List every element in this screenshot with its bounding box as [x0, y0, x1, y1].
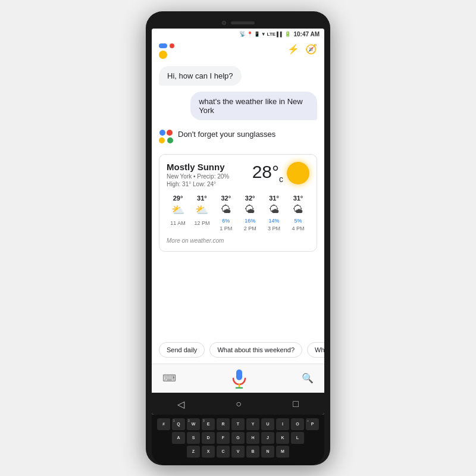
battery-icon: 🔋	[284, 31, 291, 37]
forecast-time: 4 PM	[292, 226, 304, 231]
phone-icon: 📱	[254, 32, 260, 37]
status-time: 10:47 AM	[293, 31, 320, 37]
key-h[interactable]: H	[246, 432, 259, 444]
notifications-icon[interactable]: ⚡	[287, 43, 299, 55]
key-o[interactable]: O	[291, 418, 304, 430]
speaker	[231, 21, 255, 24]
key-r[interactable]: R	[217, 418, 230, 430]
user-query-text: what's the weather like in New York	[199, 97, 302, 115]
keyboard-row-2: A S D F G H J K L	[155, 432, 321, 444]
forecast-item: 31°⛅12 PM	[190, 195, 213, 231]
forecast-weather-icon: 🌤	[245, 203, 255, 216]
google-logo	[159, 43, 180, 59]
current-temp: 28°c	[252, 162, 309, 184]
chip-2[interactable]: What	[307, 342, 324, 358]
key-m[interactable]: M	[276, 446, 289, 458]
key-p[interactable]: +P	[306, 418, 319, 430]
key-t[interactable]: T	[231, 418, 245, 430]
chip-1[interactable]: What about this weekend?	[209, 342, 302, 358]
physical-keyboard: # 1Q 2W 3E R T Y U I O +P A S D F G H J …	[152, 415, 324, 465]
weather-forecast: 29°⛅11 AM31°⛅12 PM32°🌤6%1 PM32°🌤16%2 PM3…	[167, 195, 309, 231]
forecast-time: 3 PM	[268, 226, 280, 231]
forecast-weather-icon: 🌤	[293, 203, 303, 216]
forecast-rain: 16%	[245, 218, 255, 224]
key-hash[interactable]: #	[157, 418, 170, 430]
forecast-item: 29°⛅11 AM	[167, 195, 189, 231]
forecast-time: 11 AM	[170, 220, 186, 226]
forecast-rain: 14%	[269, 218, 280, 224]
key-l[interactable]: L	[291, 432, 304, 444]
forecast-item: 31°🌤5%4 PM	[287, 195, 309, 231]
key-j[interactable]: J	[261, 432, 274, 444]
logo-red	[170, 43, 174, 48]
key-d[interactable]: D	[202, 432, 215, 444]
key-c[interactable]: C	[217, 446, 230, 458]
chip-0[interactable]: Send daily	[159, 342, 205, 358]
camera-search-icon[interactable]: 🔍	[302, 372, 314, 384]
user-query-bubble: what's the weather like in New York	[190, 92, 317, 120]
signal-icon: ▌▌	[277, 32, 283, 37]
phone-screen: 📡 📍 📱 ▼ LTE ▌▌ 🔋 10:47 AM	[152, 29, 324, 415]
phone-device: 📡 📍 📱 ▼ LTE ▌▌ 🔋 10:47 AM	[146, 11, 330, 465]
nav-bar: ◁ ○ □	[152, 393, 324, 415]
dot-blue	[159, 130, 165, 136]
key-q[interactable]: 1Q	[172, 418, 185, 430]
recents-button[interactable]: □	[293, 399, 299, 409]
key-b[interactable]: B	[246, 446, 259, 458]
keyboard-row-3: Z X C V B N M	[155, 446, 321, 458]
weather-condition: Mostly Sunny	[167, 162, 229, 172]
greeting-bubble: Hi, how can I help?	[159, 66, 242, 86]
key-u[interactable]: U	[261, 418, 274, 430]
weather-top: Mostly Sunny New York • Precip: 20% High…	[167, 162, 309, 187]
key-f[interactable]: F	[217, 432, 230, 444]
key-s[interactable]: S	[187, 432, 200, 444]
key-z[interactable]: Z	[187, 446, 200, 458]
forecast-item: 32°🌤16%2 PM	[239, 195, 261, 231]
microphone-button[interactable]	[230, 369, 249, 388]
key-w[interactable]: 2W	[187, 418, 200, 430]
response-text: Don't forget your sunglasses	[178, 129, 275, 139]
key-y[interactable]: Y	[246, 418, 259, 430]
weather-location: New York • Precip: 20%	[167, 173, 229, 180]
weather-highlow: High: 31° Low: 24°	[167, 181, 229, 187]
logo-yellow	[159, 51, 167, 59]
back-button[interactable]: ◁	[177, 399, 184, 410]
key-g[interactable]: G	[231, 432, 245, 444]
key-i[interactable]: I	[276, 418, 289, 430]
keyboard-icon[interactable]: ⌨	[162, 372, 176, 384]
forecast-time: 1 PM	[220, 226, 232, 231]
key-k[interactable]: K	[276, 432, 289, 444]
forecast-rain: 5%	[294, 218, 302, 224]
chat-container: Hi, how can I help? what's the weather l…	[159, 64, 317, 254]
weather-source: More on weather.com	[167, 237, 309, 244]
logo-blue	[159, 43, 167, 48]
header-icons: ⚡ 🧭	[287, 43, 317, 55]
key-v[interactable]: V	[231, 446, 245, 458]
dot-yellow	[159, 137, 165, 143]
forecast-weather-icon: 🌤	[269, 203, 280, 216]
home-button[interactable]: ○	[236, 399, 242, 409]
forecast-temp: 32°	[245, 195, 255, 202]
wifi-icon: ▼	[261, 32, 266, 37]
key-n[interactable]: N	[261, 446, 274, 458]
key-e[interactable]: 3E	[202, 418, 215, 430]
dot-red	[167, 130, 173, 136]
phone-top-bar	[152, 18, 324, 29]
forecast-item: 31°🌤14%3 PM	[263, 195, 286, 231]
sun-icon	[287, 162, 309, 184]
dot-green	[167, 137, 173, 143]
key-a[interactable]: A	[172, 432, 185, 444]
greeting-text: Hi, how can I help?	[167, 71, 233, 80]
front-camera	[222, 21, 226, 25]
assistant-header: ⚡ 🧭	[159, 43, 317, 59]
forecast-temp: 32°	[221, 195, 231, 202]
explore-icon[interactable]: 🧭	[305, 43, 317, 55]
location-icon: 📍	[247, 32, 253, 37]
assistant-avatar	[159, 130, 173, 143]
forecast-weather-icon: 🌤	[221, 203, 231, 216]
key-x[interactable]: X	[202, 446, 215, 458]
forecast-time: 12 PM	[194, 220, 209, 226]
temp-value: 28°c	[252, 162, 283, 184]
keyboard-row-1: # 1Q 2W 3E R T Y U I O +P	[155, 418, 321, 430]
forecast-weather-icon: ⛅	[171, 203, 184, 217]
